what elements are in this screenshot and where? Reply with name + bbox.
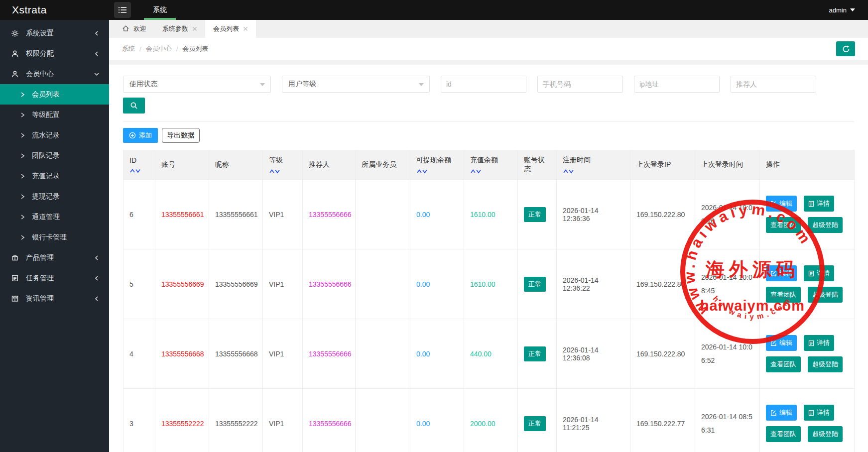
sidebar-subitem-label: 充值记录 bbox=[32, 172, 60, 181]
sidebar-item-bankcard-management[interactable]: 银行卡管理 bbox=[0, 227, 109, 247]
col-agent: 所属业务员 bbox=[356, 150, 410, 180]
breadcrumb-separator: / bbox=[139, 45, 141, 53]
cell-status: 正常 bbox=[518, 249, 557, 319]
cell-recharge: 1610.00 bbox=[464, 249, 518, 319]
super-login-button[interactable]: 超级登陆 bbox=[808, 217, 843, 233]
edit-button[interactable]: 编辑 bbox=[766, 265, 797, 281]
sidebar-item-system-settings[interactable]: 系统设置 bbox=[0, 23, 109, 43]
sidebar-item-news-management[interactable]: 资讯管理 bbox=[0, 288, 109, 309]
ip-filter-input[interactable] bbox=[634, 76, 720, 93]
user-menu[interactable]: admin bbox=[829, 6, 855, 14]
filter-bar: 使用状态 用户等级 bbox=[123, 76, 854, 93]
add-button[interactable]: 添加 bbox=[123, 128, 158, 143]
cell-level: VIP1 bbox=[263, 249, 303, 319]
status-badge: 正常 bbox=[524, 277, 546, 292]
chevron-right-icon bbox=[20, 92, 25, 98]
cell-actions: 编辑 详情 查看团队 超级登陆 bbox=[760, 389, 855, 452]
level-filter-select[interactable]: 用户等级 bbox=[282, 76, 430, 93]
sidebar-item-label: 任务管理 bbox=[26, 274, 93, 283]
referrer-filter-input[interactable] bbox=[731, 76, 816, 93]
sidebar-item-task-management[interactable]: 任务管理 bbox=[0, 268, 109, 288]
product-box-icon bbox=[11, 254, 19, 262]
sidebar-item-member-list[interactable]: 会员列表 bbox=[0, 84, 109, 105]
sidebar-item-flow-records[interactable]: 流水记录 bbox=[0, 125, 109, 145]
cell-agent bbox=[356, 180, 410, 249]
cell-recharge: 440.00 bbox=[464, 319, 518, 389]
cell-last-ip: 169.150.222.80 bbox=[630, 249, 695, 319]
sidebar-item-withdraw-records[interactable]: 提现记录 bbox=[0, 186, 109, 207]
sidebar-item-member-center[interactable]: 会员中心 bbox=[0, 64, 109, 84]
view-team-button[interactable]: 查看团队 bbox=[766, 356, 801, 372]
sidebar-item-recharge-records[interactable]: 充值记录 bbox=[0, 166, 109, 186]
cell-nick: 13355556661 bbox=[209, 180, 263, 249]
tab-system-params[interactable]: 系统参数 bbox=[154, 20, 205, 38]
col-level: 等级 bbox=[263, 150, 303, 180]
sidebar-item-permissions[interactable]: 权限分配 bbox=[0, 43, 109, 64]
phone-filter-input[interactable] bbox=[537, 76, 623, 93]
sidebar-item-label: 会员中心 bbox=[26, 70, 93, 79]
sidebar-subitem-label: 流水记录 bbox=[32, 131, 60, 140]
sort-icon[interactable] bbox=[470, 168, 511, 174]
chevron-left-icon bbox=[93, 254, 100, 261]
tab-welcome[interactable]: 欢迎 bbox=[114, 20, 154, 38]
search-button[interactable] bbox=[123, 98, 145, 113]
sort-icon[interactable] bbox=[416, 168, 458, 174]
super-login-button[interactable]: 超级登陆 bbox=[808, 426, 843, 442]
close-icon[interactable] bbox=[243, 26, 248, 31]
chevron-left-icon bbox=[93, 30, 100, 37]
cell-level: VIP1 bbox=[263, 180, 303, 249]
sidebar-item-level-config[interactable]: 等级配置 bbox=[0, 105, 109, 125]
id-filter-input[interactable] bbox=[441, 76, 526, 93]
cell-status: 正常 bbox=[518, 389, 557, 452]
cell-reg-time: 2026-01-14 12:36:22 bbox=[557, 249, 630, 319]
col-last-ip: 上次登录IP bbox=[630, 150, 695, 180]
view-team-button[interactable]: 查看团队 bbox=[766, 426, 801, 442]
caret-down-icon bbox=[419, 83, 424, 86]
cell-agent bbox=[356, 389, 410, 452]
cell-reg-time: 2026-01-14 11:21:25 bbox=[557, 389, 630, 452]
sidebar-item-label: 产品管理 bbox=[26, 253, 93, 262]
table-toolbar: 添加 导出数据 bbox=[123, 128, 854, 143]
edit-button[interactable]: 编辑 bbox=[766, 405, 797, 421]
sidebar-subitem-label: 提现记录 bbox=[32, 192, 60, 201]
detail-button[interactable]: 详情 bbox=[804, 405, 834, 421]
sort-icon[interactable] bbox=[563, 168, 624, 174]
detail-button[interactable]: 详情 bbox=[804, 335, 834, 351]
sort-icon[interactable] bbox=[129, 168, 149, 173]
close-icon[interactable] bbox=[192, 26, 197, 31]
tab-member-list[interactable]: 会员列表 bbox=[205, 20, 256, 38]
cell-last-time: 2026-01-14 10:08:45 bbox=[695, 249, 760, 319]
sidebar-item-label: 系统设置 bbox=[26, 29, 93, 38]
sidebar-item-team-records[interactable]: 团队记录 bbox=[0, 145, 109, 166]
username: admin bbox=[829, 6, 847, 14]
caret-down-icon bbox=[850, 8, 855, 11]
cell-nick: 13355556669 bbox=[209, 249, 263, 319]
view-team-button[interactable]: 查看团队 bbox=[766, 217, 801, 233]
table-row: 3 13355552222 13355552222 VIP1 133555566… bbox=[124, 389, 855, 452]
export-data-button[interactable]: 导出数据 bbox=[162, 128, 200, 143]
col-status: 账号状态 bbox=[518, 150, 557, 180]
edit-button[interactable]: 编辑 bbox=[766, 335, 797, 351]
sidebar-subitem-label: 团队记录 bbox=[32, 151, 60, 160]
edit-button[interactable]: 编辑 bbox=[766, 196, 797, 212]
view-team-button[interactable]: 查看团队 bbox=[766, 287, 801, 303]
breadcrumb-item[interactable]: 系统 bbox=[122, 44, 135, 53]
chevron-right-icon bbox=[20, 194, 25, 200]
sidebar-item-product-management[interactable]: 产品管理 bbox=[0, 247, 109, 268]
col-recharge: 充值余额 bbox=[464, 150, 518, 180]
hamburger-menu-button[interactable] bbox=[114, 2, 131, 18]
sort-icon[interactable] bbox=[269, 168, 296, 174]
cell-withdrawable: 0.00 bbox=[410, 249, 464, 319]
status-filter-select[interactable]: 使用状态 bbox=[123, 76, 271, 93]
sidebar-item-channel-management[interactable]: 通道管理 bbox=[0, 207, 109, 227]
detail-button[interactable]: 详情 bbox=[804, 265, 834, 281]
super-login-button[interactable]: 超级登陆 bbox=[808, 356, 843, 372]
breadcrumb-item[interactable]: 会员中心 bbox=[146, 44, 172, 53]
refresh-button[interactable] bbox=[836, 41, 855, 56]
nav-tab-system[interactable]: 系统 bbox=[140, 0, 180, 20]
detail-button[interactable]: 详情 bbox=[804, 196, 834, 212]
cell-nick: 13355552222 bbox=[209, 389, 263, 452]
super-login-button[interactable]: 超级登陆 bbox=[808, 287, 843, 303]
sidebar-subitem-label: 通道管理 bbox=[32, 213, 60, 222]
caret-down-icon bbox=[260, 83, 265, 86]
